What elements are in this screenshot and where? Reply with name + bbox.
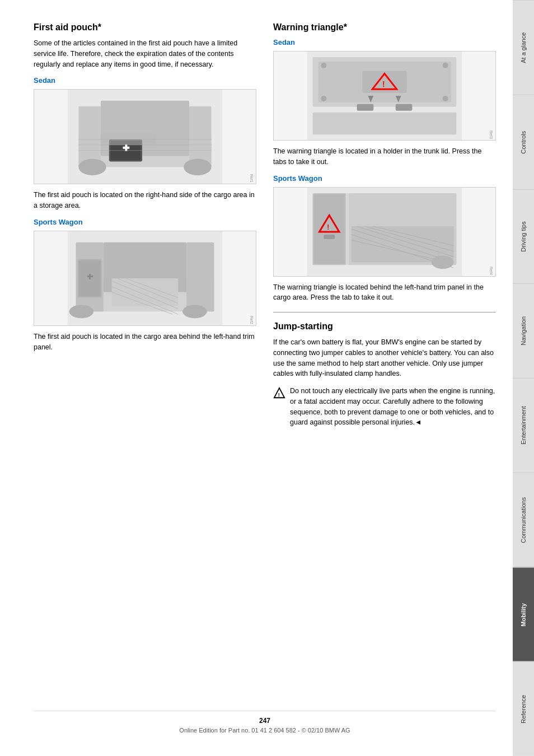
tab-navigation[interactable]: Navigation — [513, 283, 534, 378]
tab-at-a-glance[interactable]: At a glance — [513, 0, 534, 95]
main-content: First aid pouch* Some of the articles co… — [0, 0, 513, 756]
image-ref-4: Ref4 — [489, 267, 493, 275]
tab-mobility[interactable]: Mobility — [513, 567, 534, 662]
first-aid-wagon-image: Ref2 — [34, 231, 256, 326]
svg-rect-45 — [396, 104, 413, 111]
jump-starting-title: Jump-starting — [273, 321, 496, 332]
svg-rect-29 — [89, 274, 91, 279]
svg-point-35 — [321, 63, 326, 68]
tab-entertainment[interactable]: Entertainment — [513, 378, 534, 473]
warning-triangle-wagon-description: The warning triangle is located behind t… — [273, 282, 496, 304]
svg-rect-8 — [125, 144, 127, 151]
first-aid-intro: Some of the articles contained in the fi… — [34, 38, 256, 69]
tab-communications[interactable]: Communications — [513, 473, 534, 567]
warning-triangle-sedan-description: The warning triangle is located in a hol… — [273, 146, 496, 167]
warning-triangle-sedan-image: ! Ref3 — [273, 51, 496, 141]
warning-triangle-wagon-image: ! — [273, 187, 496, 277]
svg-point-37 — [321, 96, 326, 101]
svg-point-30 — [182, 305, 207, 318]
page-footer: 247 Online Edition for Part no. 01 41 2 … — [34, 711, 496, 734]
warning-triangle-title: Warning triangle* — [273, 22, 496, 32]
page-number: 247 — [34, 717, 496, 725]
svg-point-38 — [443, 96, 448, 101]
image-ref-2: Ref2 — [250, 316, 254, 324]
right-column: Warning triangle* Sedan — [273, 22, 496, 694]
warning-triangle-sedan-subtitle: Sedan — [273, 38, 496, 46]
warning-box: ! Do not touch any electrically live par… — [273, 386, 496, 428]
tab-driving-tips[interactable]: Driving tips — [513, 189, 534, 284]
warning-text-content: Do not touch any electrically live parts… — [290, 386, 496, 428]
svg-point-31 — [69, 305, 93, 318]
svg-point-62 — [432, 255, 454, 269]
image-ref-1: Ref1 — [250, 174, 254, 183]
left-column: First aid pouch* Some of the articles co… — [34, 22, 256, 694]
tab-controls[interactable]: Controls — [513, 95, 534, 189]
svg-rect-2 — [78, 106, 101, 167]
two-column-layout: First aid pouch* Some of the articles co… — [34, 22, 496, 694]
first-aid-sedan-subtitle: Sedan — [34, 76, 256, 85]
side-navigation: At a glance Controls Driving tips Naviga… — [513, 0, 534, 756]
section-divider — [273, 312, 496, 312]
svg-rect-46 — [313, 113, 457, 135]
first-aid-wagon-description: The first aid pouch is located in the ca… — [34, 332, 256, 353]
svg-point-36 — [443, 63, 448, 68]
warning-triangle-wagon-subtitle: Sports Wagon — [273, 174, 496, 183]
first-aid-title: First aid pouch* — [34, 22, 256, 32]
jump-starting-text: If the car's own battery is flat, your B… — [273, 337, 496, 379]
svg-point-13 — [184, 159, 211, 176]
page-container: First aid pouch* Some of the articles co… — [0, 0, 534, 756]
svg-text:!: ! — [382, 80, 385, 88]
image-ref-3: Ref3 — [489, 130, 493, 139]
tab-reference[interactable]: Reference — [513, 661, 534, 756]
first-aid-wagon-subtitle: Sports Wagon — [34, 218, 256, 226]
svg-rect-44 — [357, 104, 374, 111]
svg-rect-18 — [186, 242, 214, 312]
svg-text:!: ! — [278, 392, 280, 398]
svg-text:!: ! — [327, 223, 329, 231]
svg-point-14 — [78, 159, 106, 176]
svg-rect-3 — [189, 106, 212, 167]
first-aid-sedan-image: Ref1 — [34, 89, 256, 184]
svg-rect-20 — [112, 278, 179, 306]
footer-text: Online Edition for Part no. 01 41 2 604 … — [179, 727, 350, 734]
warning-triangle-icon: ! — [273, 387, 285, 399]
svg-rect-53 — [324, 234, 335, 239]
first-aid-sedan-description: The first aid pouch is located on the ri… — [34, 190, 256, 211]
